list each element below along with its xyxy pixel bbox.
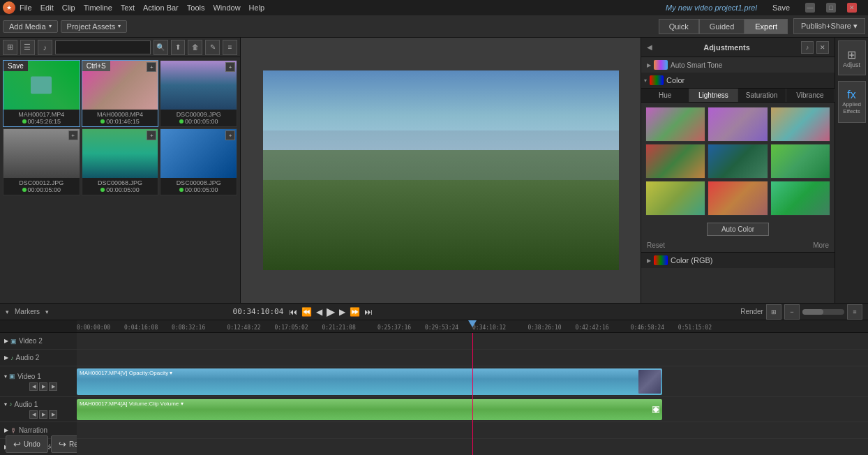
step-fwd-btn[interactable]: ▶: [339, 307, 345, 317]
search-btn[interactable]: 🔍: [154, 40, 168, 55]
track-v1-expand[interactable]: ▾: [4, 373, 7, 380]
color-preset-2[interactable]: [708, 107, 768, 142]
playback-controls: ⏮ ⏪ ◀ ▶ ▶ ⏩ ⏭: [289, 305, 373, 318]
list-item[interactable]: + DSC00009.JPG 00:00:05:00: [160, 60, 237, 127]
adj-speaker-btn[interactable]: ♪: [801, 41, 814, 54]
add-to-timeline-btn[interactable]: +: [68, 130, 78, 140]
track-narr-expand[interactable]: ▶: [4, 427, 8, 433]
v1-ctrl-2[interactable]: ▶: [39, 382, 47, 391]
markers-arrow[interactable]: ▾: [45, 308, 49, 315]
prev-frame-btn[interactable]: ⏪: [301, 307, 312, 317]
timeline-settings-btn[interactable]: ≡: [847, 304, 862, 320]
expand-icon[interactable]: ◀: [647, 43, 652, 51]
minimize-btn[interactable]: —: [805, 3, 815, 13]
step-back-btn[interactable]: ◀: [316, 307, 322, 317]
undo-button[interactable]: ↩ Undo: [6, 435, 48, 453]
color-rgb-section[interactable]: ▶ Color (RGB): [641, 252, 835, 268]
list-item[interactable]: Ctrl+S + MAH00008.MP4 00:01:46:15: [82, 60, 159, 127]
auto-smart-tone-section[interactable]: ▶ Auto Smart Tone: [641, 57, 835, 73]
list-item[interactable]: + DSC00008.JPG 00:00:05:00: [160, 128, 237, 195]
menu-edit[interactable]: Edit: [40, 3, 54, 12]
add-to-timeline-btn[interactable]: +: [147, 62, 156, 72]
color-preset-6[interactable]: [770, 144, 830, 179]
search-input[interactable]: [55, 40, 151, 54]
tab-lightness[interactable]: Lightness: [689, 89, 738, 102]
menu-timeline[interactable]: Timeline: [84, 3, 112, 12]
track-a1-expand[interactable]: ▾: [4, 401, 7, 408]
audio-keyframe-marker[interactable]: [652, 406, 659, 413]
track-v2-expand[interactable]: ▶: [4, 338, 8, 344]
timeline-zoom-slider[interactable]: [802, 309, 844, 315]
delete-btn[interactable]: 🗑: [188, 40, 202, 55]
guided-mode-btn[interactable]: Guided: [699, 19, 744, 34]
track-a2-expand[interactable]: ▶: [4, 355, 8, 361]
color-preset-4[interactable]: [645, 144, 705, 179]
expert-mode-btn[interactable]: Expert: [744, 19, 788, 34]
redo-icon: ↪: [59, 439, 66, 449]
quick-mode-btn[interactable]: Quick: [659, 19, 699, 34]
ruler-tick-5: 0:21:21:08: [322, 325, 356, 331]
menu-text[interactable]: Text: [121, 3, 135, 12]
close-btn[interactable]: ✕: [847, 3, 857, 13]
add-to-timeline-btn[interactable]: +: [147, 130, 156, 140]
color-preset-7[interactable]: [645, 181, 705, 216]
menu-window[interactable]: Window: [213, 3, 240, 12]
color-preset-5[interactable]: [708, 144, 768, 179]
color-section-header[interactable]: ▾ Color: [641, 73, 835, 89]
import-btn[interactable]: ⬆: [171, 40, 186, 55]
auto-color-btn[interactable]: Auto Color: [707, 223, 769, 236]
adjust-btn[interactable]: ⊞ Adjust: [838, 40, 866, 75]
save-menu-btn[interactable]: Save: [772, 3, 790, 12]
add-to-timeline-btn[interactable]: +: [225, 130, 235, 140]
volume-btn[interactable]: ♪: [38, 40, 52, 55]
ast-expand-icon: ▶: [647, 62, 651, 68]
playhead-marker[interactable]: [468, 320, 477, 329]
more-btn[interactable]: More: [813, 241, 829, 249]
list-item[interactable]: Save MAH00017.MP4 00:45:26:15: [3, 60, 80, 127]
color-preset-9[interactable]: [770, 181, 830, 216]
a1-ctrl-3[interactable]: ▶: [49, 410, 57, 419]
tab-saturation[interactable]: Saturation: [738, 89, 786, 102]
render-settings-btn[interactable]: ⊞: [766, 304, 781, 320]
menu-help[interactable]: Help: [249, 3, 265, 12]
play-btn[interactable]: ▶: [327, 305, 335, 318]
view-list-btn[interactable]: ☰: [20, 40, 35, 55]
go-to-start-btn[interactable]: ⏮: [289, 307, 297, 317]
v1-ctrl-1[interactable]: ◀: [29, 382, 38, 391]
list-item[interactable]: + DSC00012.JPG 00:00:05:00: [3, 128, 80, 195]
tab-vibrance[interactable]: Vibrance: [786, 89, 835, 102]
add-to-timeline-btn[interactable]: +: [225, 62, 235, 72]
main-area: ⊞ ☰ ♪ 🔍 ⬆ 🗑 ✎ ≡ Save MAH00017.MP4 00:45:…: [0, 38, 868, 303]
tab-hue[interactable]: Hue: [641, 89, 689, 102]
edit-btn[interactable]: ✎: [205, 40, 220, 55]
undo-icon: ↩: [13, 439, 21, 449]
menu-actionbar[interactable]: Action Bar: [143, 3, 179, 12]
list-item[interactable]: + DSC00068.JPG 00:00:05:00: [82, 128, 159, 195]
publish-share-button[interactable]: Publish+Share ▾: [793, 18, 865, 34]
add-media-button[interactable]: Add Media ▾: [3, 20, 58, 33]
audio1-clip[interactable]: MAH00017.MP4[A] Volume:Clip Volume ▾: [77, 399, 662, 420]
adj-close-btn[interactable]: ✕: [816, 41, 829, 54]
maximize-btn[interactable]: □: [826, 3, 836, 13]
color-preset-3[interactable]: [770, 107, 830, 142]
color-preset-8[interactable]: [708, 181, 768, 216]
menu-clip[interactable]: Clip: [62, 3, 75, 12]
adjustments-panel: ◀ Adjustments ♪ ✕ ▶ Auto Smart Tone ▾ Co…: [641, 38, 835, 303]
track-narr-label: Narration: [19, 426, 47, 434]
project-assets-button[interactable]: Project Assets ▾: [61, 20, 128, 33]
menu-tools[interactable]: Tools: [187, 3, 205, 12]
color-preset-1[interactable]: [645, 107, 705, 142]
a1-ctrl-2[interactable]: ▶: [39, 410, 47, 419]
collapse-timeline-btn[interactable]: ▾: [6, 308, 9, 315]
go-to-end-btn[interactable]: ⏭: [364, 307, 373, 317]
video1-clip[interactable]: MAH00017.MP4[V] Opacity:Opacity ▾: [77, 368, 662, 395]
a1-ctrl-1[interactable]: ◀: [29, 410, 38, 419]
next-frame-btn[interactable]: ⏩: [350, 307, 360, 317]
menu-file[interactable]: File: [20, 3, 32, 12]
v1-ctrl-3[interactable]: ▶: [49, 382, 57, 391]
applied-effects-btn[interactable]: fx Applied Effects: [838, 81, 866, 123]
reset-btn[interactable]: Reset: [647, 241, 665, 249]
view-grid-btn[interactable]: ⊞: [3, 40, 17, 55]
timeline-zoom-out-btn[interactable]: −: [784, 304, 800, 320]
list-view-btn[interactable]: ≡: [223, 40, 237, 55]
